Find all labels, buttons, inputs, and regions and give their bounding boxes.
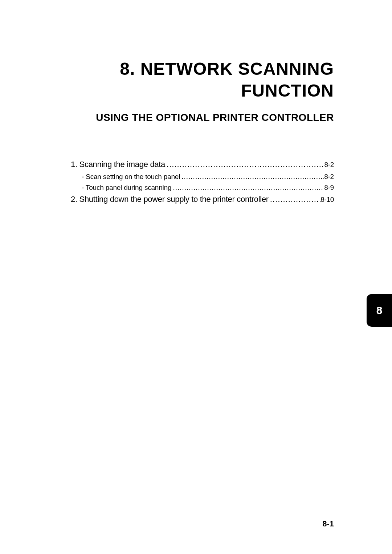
toc-label: - Touch panel during scanning [82, 184, 171, 192]
toc-subentry: - Scan setting on the touch panel 8-2 [71, 173, 334, 181]
toc-page: 8-9 [324, 184, 334, 192]
table-of-contents: 1. Scanning the image data 8-2 - Scan se… [58, 160, 334, 204]
page-number: 8-1 [322, 519, 334, 529]
toc-entry: 1. Scanning the image data 8-2 [71, 160, 334, 169]
toc-subentry: - Touch panel during scanning 8-9 [71, 184, 334, 192]
chapter-subtitle: USING THE OPTIONAL PRINTER CONTROLLER [58, 112, 334, 123]
chapter-tab: 8 [367, 294, 392, 327]
toc-label: - Scan setting on the touch panel [82, 173, 180, 181]
toc-page: 8-2 [324, 173, 334, 181]
toc-leader-dots [165, 160, 324, 169]
toc-entry: 2. Shutting down the power supply to the… [71, 195, 334, 204]
chapter-title: 8. NETWORK SCANNING FUNCTION [58, 58, 334, 102]
toc-page: 8-2 [324, 161, 334, 169]
toc-leader-dots [180, 173, 324, 181]
toc-label: 2. Shutting down the power supply to the… [71, 195, 269, 204]
toc-label: 1. Scanning the image data [71, 160, 165, 169]
toc-leader-dots [269, 195, 320, 204]
toc-page: 8-10 [320, 196, 334, 204]
toc-leader-dots [171, 184, 324, 192]
